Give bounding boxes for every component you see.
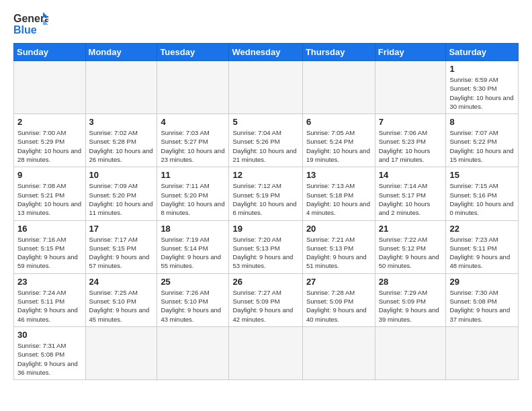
- calendar-cell: 24Sunrise: 7:25 AM Sunset: 5:10 PM Dayli…: [85, 273, 157, 326]
- calendar-week-row: 30Sunrise: 7:31 AM Sunset: 5:08 PM Dayli…: [14, 326, 519, 379]
- calendar-cell: 8Sunrise: 7:07 AM Sunset: 5:22 PM Daylig…: [446, 114, 519, 167]
- weekday-header-wednesday: Wednesday: [229, 44, 302, 61]
- day-number: 14: [379, 170, 443, 180]
- calendar-week-row: 1Sunrise: 6:59 AM Sunset: 5:30 PM Daylig…: [14, 61, 519, 114]
- weekday-header-row: SundayMondayTuesdayWednesdayThursdayFrid…: [14, 44, 519, 61]
- day-info: Sunrise: 7:16 AM Sunset: 5:15 PM Dayligh…: [17, 235, 82, 271]
- day-number: 10: [89, 170, 154, 180]
- calendar-cell: 10Sunrise: 7:09 AM Sunset: 5:20 PM Dayli…: [85, 167, 157, 220]
- calendar-cell: [375, 61, 446, 114]
- calendar-cell: [157, 326, 229, 379]
- day-info: Sunrise: 7:12 AM Sunset: 5:19 PM Dayligh…: [232, 181, 298, 217]
- calendar-cell: 12Sunrise: 7:12 AM Sunset: 5:19 PM Dayli…: [229, 167, 302, 220]
- day-number: 9: [17, 170, 82, 180]
- day-info: Sunrise: 7:23 AM Sunset: 5:11 PM Dayligh…: [449, 235, 515, 271]
- weekday-header-saturday: Saturday: [446, 44, 519, 61]
- day-number: 6: [306, 117, 371, 127]
- calendar-cell: 20Sunrise: 7:21 AM Sunset: 5:13 PM Dayli…: [302, 220, 375, 273]
- day-number: 20: [306, 224, 371, 234]
- weekday-header-monday: Monday: [85, 44, 157, 61]
- day-number: 4: [161, 117, 225, 127]
- calendar-cell: [375, 326, 446, 379]
- day-info: Sunrise: 7:15 AM Sunset: 5:16 PM Dayligh…: [449, 181, 515, 217]
- calendar-cell: 1Sunrise: 6:59 AM Sunset: 5:30 PM Daylig…: [446, 61, 519, 114]
- calendar-cell: 14Sunrise: 7:14 AM Sunset: 5:17 PM Dayli…: [375, 167, 446, 220]
- calendar-cell: [302, 61, 375, 114]
- day-info: Sunrise: 7:28 AM Sunset: 5:09 PM Dayligh…: [306, 288, 371, 324]
- day-number: 28: [379, 277, 443, 287]
- calendar-cell: 18Sunrise: 7:19 AM Sunset: 5:14 PM Dayli…: [157, 220, 229, 273]
- calendar-cell: 11Sunrise: 7:11 AM Sunset: 5:20 PM Dayli…: [157, 167, 229, 220]
- day-info: Sunrise: 7:03 AM Sunset: 5:27 PM Dayligh…: [161, 128, 225, 164]
- day-info: Sunrise: 7:02 AM Sunset: 5:28 PM Dayligh…: [89, 128, 154, 164]
- logo: GeneralBlue: [13, 11, 48, 36]
- weekday-header-sunday: Sunday: [14, 44, 86, 61]
- calendar-week-row: 9Sunrise: 7:08 AM Sunset: 5:21 PM Daylig…: [14, 167, 519, 220]
- day-number: 1: [449, 64, 515, 74]
- calendar-cell: 25Sunrise: 7:26 AM Sunset: 5:10 PM Dayli…: [157, 273, 229, 326]
- calendar-cell: 15Sunrise: 7:15 AM Sunset: 5:16 PM Dayli…: [446, 167, 519, 220]
- calendar-cell: [302, 326, 375, 379]
- calendar-cell: 5Sunrise: 7:04 AM Sunset: 5:26 PM Daylig…: [229, 114, 302, 167]
- calendar-cell: 19Sunrise: 7:20 AM Sunset: 5:13 PM Dayli…: [229, 220, 302, 273]
- calendar-cell: 30Sunrise: 7:31 AM Sunset: 5:08 PM Dayli…: [14, 326, 86, 379]
- calendar-cell: 27Sunrise: 7:28 AM Sunset: 5:09 PM Dayli…: [302, 273, 375, 326]
- day-info: Sunrise: 7:22 AM Sunset: 5:12 PM Dayligh…: [379, 235, 443, 271]
- calendar-cell: 3Sunrise: 7:02 AM Sunset: 5:28 PM Daylig…: [85, 114, 157, 167]
- day-number: 21: [379, 224, 443, 234]
- day-number: 29: [449, 277, 515, 287]
- day-info: Sunrise: 7:26 AM Sunset: 5:10 PM Dayligh…: [161, 288, 225, 324]
- day-number: 7: [379, 117, 443, 127]
- day-info: Sunrise: 7:25 AM Sunset: 5:10 PM Dayligh…: [89, 288, 154, 324]
- weekday-header-thursday: Thursday: [302, 44, 375, 61]
- calendar-cell: 6Sunrise: 7:05 AM Sunset: 5:24 PM Daylig…: [302, 114, 375, 167]
- calendar-table: SundayMondayTuesdayWednesdayThursdayFrid…: [13, 43, 519, 380]
- day-info: Sunrise: 7:07 AM Sunset: 5:22 PM Dayligh…: [449, 128, 515, 164]
- svg-text:Blue: Blue: [13, 24, 37, 36]
- day-info: Sunrise: 7:27 AM Sunset: 5:09 PM Dayligh…: [232, 288, 298, 324]
- calendar-cell: 9Sunrise: 7:08 AM Sunset: 5:21 PM Daylig…: [14, 167, 86, 220]
- day-info: Sunrise: 7:05 AM Sunset: 5:24 PM Dayligh…: [306, 128, 371, 164]
- day-number: 15: [449, 170, 515, 180]
- day-info: Sunrise: 7:00 AM Sunset: 5:29 PM Dayligh…: [17, 128, 82, 164]
- calendar-cell: [446, 326, 519, 379]
- day-number: 8: [449, 117, 515, 127]
- day-number: 3: [89, 117, 154, 127]
- day-number: 18: [161, 224, 225, 234]
- calendar-cell: 28Sunrise: 7:29 AM Sunset: 5:09 PM Dayli…: [375, 273, 446, 326]
- day-number: 23: [17, 277, 82, 287]
- calendar-cell: 23Sunrise: 7:24 AM Sunset: 5:11 PM Dayli…: [14, 273, 86, 326]
- calendar-cell: 2Sunrise: 7:00 AM Sunset: 5:29 PM Daylig…: [14, 114, 86, 167]
- day-info: Sunrise: 7:14 AM Sunset: 5:17 PM Dayligh…: [379, 181, 443, 217]
- header: GeneralBlue: [13, 11, 519, 36]
- weekday-header-friday: Friday: [375, 44, 446, 61]
- day-info: Sunrise: 7:30 AM Sunset: 5:08 PM Dayligh…: [449, 288, 515, 324]
- day-number: 11: [161, 170, 225, 180]
- calendar-cell: 29Sunrise: 7:30 AM Sunset: 5:08 PM Dayli…: [446, 273, 519, 326]
- calendar-cell: [157, 61, 229, 114]
- day-info: Sunrise: 7:09 AM Sunset: 5:20 PM Dayligh…: [89, 181, 154, 217]
- day-info: Sunrise: 7:06 AM Sunset: 5:23 PM Dayligh…: [379, 128, 443, 164]
- calendar-cell: 26Sunrise: 7:27 AM Sunset: 5:09 PM Dayli…: [229, 273, 302, 326]
- calendar-cell: 17Sunrise: 7:17 AM Sunset: 5:15 PM Dayli…: [85, 220, 157, 273]
- calendar-cell: [229, 61, 302, 114]
- logo-icon: GeneralBlue: [13, 11, 48, 36]
- day-info: Sunrise: 7:20 AM Sunset: 5:13 PM Dayligh…: [232, 235, 298, 271]
- calendar-cell: [14, 61, 86, 114]
- calendar-week-row: 23Sunrise: 7:24 AM Sunset: 5:11 PM Dayli…: [14, 273, 519, 326]
- day-info: Sunrise: 7:24 AM Sunset: 5:11 PM Dayligh…: [17, 288, 82, 324]
- day-info: Sunrise: 6:59 AM Sunset: 5:30 PM Dayligh…: [449, 75, 515, 111]
- calendar-cell: [85, 326, 157, 379]
- day-number: 12: [232, 170, 298, 180]
- calendar-cell: [85, 61, 157, 114]
- day-info: Sunrise: 7:29 AM Sunset: 5:09 PM Dayligh…: [379, 288, 443, 324]
- day-info: Sunrise: 7:08 AM Sunset: 5:21 PM Dayligh…: [17, 181, 82, 217]
- calendar-cell: 22Sunrise: 7:23 AM Sunset: 5:11 PM Dayli…: [446, 220, 519, 273]
- day-info: Sunrise: 7:11 AM Sunset: 5:20 PM Dayligh…: [161, 181, 225, 217]
- calendar-week-row: 16Sunrise: 7:16 AM Sunset: 5:15 PM Dayli…: [14, 220, 519, 273]
- day-number: 5: [232, 117, 298, 127]
- calendar-cell: [229, 326, 302, 379]
- day-number: 19: [232, 224, 298, 234]
- day-number: 16: [17, 224, 82, 234]
- day-info: Sunrise: 7:04 AM Sunset: 5:26 PM Dayligh…: [232, 128, 298, 164]
